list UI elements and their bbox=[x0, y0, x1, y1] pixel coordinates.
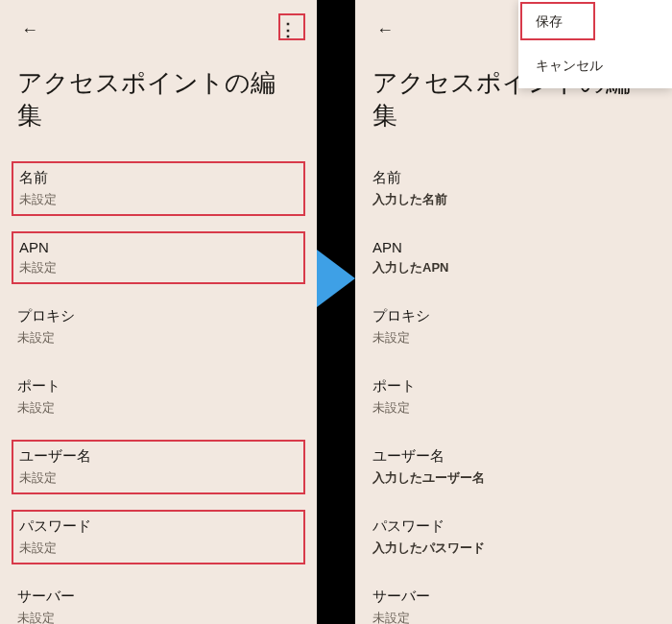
field-label: 名前 bbox=[372, 169, 655, 187]
back-arrow-icon[interactable]: ← bbox=[17, 16, 42, 44]
field-label: ポート bbox=[372, 377, 655, 396]
field-value: 未設定 bbox=[17, 329, 300, 347]
field-label: APN bbox=[372, 239, 655, 255]
svg-marker-0 bbox=[317, 250, 355, 307]
field-password[interactable]: パスワード 未設定 bbox=[12, 510, 305, 564]
field-label: プロキシ bbox=[372, 307, 655, 325]
back-arrow-icon[interactable]: ← bbox=[372, 16, 397, 44]
field-value: 入力したパスワード bbox=[372, 540, 655, 557]
menu-item-cancel[interactable]: キャンセル bbox=[518, 44, 672, 88]
more-vert-icon[interactable]: ⋮ bbox=[276, 18, 300, 41]
field-label: APN bbox=[19, 239, 298, 255]
field-apn[interactable]: APN 未設定 bbox=[12, 231, 305, 284]
transition-arrow-column bbox=[317, 0, 355, 624]
left-panel: ← ⋮ アクセスポイントの編集 名前 未設定 APN 未設定 プロキシ 未設定 … bbox=[0, 0, 317, 624]
page-title: アクセスポイントの編集 bbox=[17, 67, 300, 132]
field-name[interactable]: 名前 入力した名前 bbox=[372, 161, 655, 218]
field-value: 未設定 bbox=[19, 540, 298, 557]
topbar: ← ⋮ bbox=[17, 17, 300, 42]
field-value: 未設定 bbox=[17, 399, 300, 417]
field-apn[interactable]: APN 入力したAPN bbox=[372, 231, 655, 286]
field-username[interactable]: ユーザー名 未設定 bbox=[12, 440, 305, 494]
field-value: 未設定 bbox=[19, 469, 298, 487]
overflow-menu: 保存 キャンセル bbox=[518, 0, 672, 88]
field-value: 入力したユーザー名 bbox=[372, 469, 655, 487]
field-value: 入力したAPN bbox=[372, 259, 655, 276]
field-port[interactable]: ポート 未設定 bbox=[17, 370, 300, 426]
field-value: 未設定 bbox=[19, 191, 298, 208]
field-label: ユーザー名 bbox=[19, 447, 298, 466]
field-label: パスワード bbox=[372, 517, 655, 536]
field-label: サーバー bbox=[17, 588, 300, 606]
menu-item-save[interactable]: 保存 bbox=[518, 0, 672, 44]
field-password[interactable]: パスワード 入力したパスワード bbox=[372, 510, 655, 566]
field-value: 未設定 bbox=[372, 610, 655, 624]
arrow-right-icon bbox=[317, 250, 355, 307]
field-label: パスワード bbox=[19, 517, 298, 536]
right-panel: ← 保存 キャンセル アクセスポイントの編集 名前 入力した名前 APN 入力し… bbox=[355, 0, 672, 624]
field-proxy[interactable]: プロキシ 未設定 bbox=[17, 300, 300, 356]
field-label: 名前 bbox=[19, 169, 298, 187]
field-port[interactable]: ポート 未設定 bbox=[372, 370, 655, 426]
field-server[interactable]: サーバー 未設定 bbox=[17, 580, 300, 624]
field-value: 入力した名前 bbox=[372, 191, 655, 208]
field-value: 未設定 bbox=[19, 259, 298, 276]
field-value: 未設定 bbox=[17, 610, 300, 624]
field-value: 未設定 bbox=[372, 399, 655, 417]
field-label: サーバー bbox=[372, 588, 655, 606]
field-label: ポート bbox=[17, 377, 300, 396]
field-proxy[interactable]: プロキシ 未設定 bbox=[372, 300, 655, 356]
field-label: ユーザー名 bbox=[372, 447, 655, 466]
field-username[interactable]: ユーザー名 入力したユーザー名 bbox=[372, 440, 655, 496]
field-value: 未設定 bbox=[372, 329, 655, 347]
field-label: プロキシ bbox=[17, 307, 300, 325]
field-name[interactable]: 名前 未設定 bbox=[12, 161, 305, 216]
field-server[interactable]: サーバー 未設定 bbox=[372, 580, 655, 624]
